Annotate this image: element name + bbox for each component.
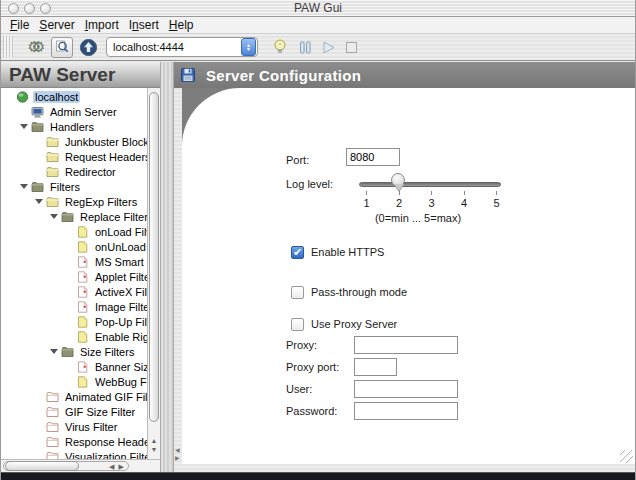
tree-item-label: Redirector (63, 166, 118, 178)
desktop-strip (1, 472, 635, 480)
window-title: PAW Gui (1, 1, 635, 15)
tree-item-label: Admin Server (48, 106, 119, 118)
tree-item-onload-filter[interactable]: onLoad Filter (1, 224, 147, 239)
checkbox-icon[interactable]: ✔ (291, 246, 304, 259)
tree-item-visualization-filter[interactable]: Visualization Filter (1, 449, 147, 459)
checkbox-icon[interactable]: ✔ (291, 318, 304, 331)
collapse-triangle-icon[interactable] (20, 184, 28, 189)
user-input[interactable] (354, 380, 458, 398)
menu-import[interactable]: Import (83, 18, 127, 32)
go-button[interactable] (79, 38, 98, 57)
tree-item-image-filter[interactable]: Image Filter (1, 299, 147, 314)
scroll-up-icon[interactable]: ▲ (151, 437, 158, 444)
start-button[interactable] (321, 40, 336, 55)
stop-button[interactable] (344, 40, 359, 55)
toolbar-drag-handle[interactable] (3, 36, 13, 58)
tree-item-label: onUnLoad Filte (93, 241, 147, 253)
tree-item-label: GIF Size Filter (63, 406, 137, 418)
log-level-label: Log level: (286, 178, 333, 190)
checkbox-use-proxy-server[interactable]: ✔ Use Proxy Server (291, 316, 397, 332)
password-input[interactable] (354, 402, 458, 420)
collapse-triangle-icon[interactable] (20, 124, 28, 129)
collapse-triangle-icon[interactable] (50, 214, 58, 219)
tree-item-label: Visualization Filter (63, 451, 147, 460)
tree-item-virus-filter[interactable]: Virus Filter (1, 419, 147, 434)
checkbox-icon[interactable]: ✔ (291, 286, 304, 299)
hint-button[interactable] (272, 38, 288, 56)
tree-item-ms-smart-tag[interactable]: MS Smart Tag (1, 254, 147, 269)
menu-server[interactable]: Server (37, 18, 82, 32)
tree-item-response-headers[interactable]: Response Headers (1, 434, 147, 449)
scroll-down-icon[interactable]: ▼ (151, 446, 158, 453)
proxy-port-input[interactable] (354, 358, 397, 376)
tree-item-request-headers[interactable]: Request Headers (1, 149, 147, 164)
tree-item-label: Handlers (48, 121, 96, 133)
tick-mark (366, 191, 367, 195)
tree-item-admin-server[interactable]: Admin Server (1, 104, 147, 119)
collapse-triangle-icon[interactable] (35, 199, 43, 204)
menu-file[interactable]: File (8, 18, 37, 32)
tree-item-webbug-filter[interactable]: WebBug Filter (1, 374, 147, 389)
title-bar[interactable]: PAW Gui (1, 0, 635, 17)
tree-item-label: Applet Filter (93, 271, 147, 283)
tree-item-animated-gif-filter[interactable]: Animated GIF Filter (1, 389, 147, 404)
tree-item-label: localhost (33, 91, 80, 103)
main-area: PAW Server localhost Admin Server (1, 62, 635, 472)
tree-horizontal-scrollbar[interactable]: ◀ ▶ (1, 459, 160, 472)
window-resize-grip[interactable] (620, 450, 633, 463)
tree-scrollpane: localhost Admin Server Handlers (1, 88, 160, 459)
checkbox-pass-through-mode[interactable]: ✔ Pass-through mode (291, 284, 407, 300)
search-button[interactable] (51, 37, 73, 58)
tree-item-size-filters[interactable]: Size Filters (1, 344, 147, 359)
tree-vertical-scrollbar[interactable]: ▲ ▼ (147, 88, 160, 459)
field-label: User: (286, 383, 312, 395)
tree-item-applet-filter[interactable]: Applet Filter (1, 269, 147, 284)
proxy-input[interactable] (354, 336, 458, 354)
tree-item-regexp-filters[interactable]: RegExp Filters (1, 194, 147, 209)
checkbox-enable-https[interactable]: ✔ Enable HTTPS (291, 244, 384, 260)
menu-help[interactable]: Help (167, 18, 202, 32)
gears-icon[interactable]: ⚙⚙ (19, 38, 45, 56)
pause-button[interactable] (298, 40, 313, 55)
port-input[interactable] (346, 148, 400, 166)
menu-insert[interactable]: Insert (127, 18, 167, 32)
port-label: Port: (286, 154, 309, 166)
vertical-scroll-arrows: ▲ ▼ (148, 431, 160, 459)
tree-item-activex-filter[interactable]: ActiveX Filter (1, 284, 147, 299)
tree-item-handlers[interactable]: Handlers (1, 119, 147, 134)
panel-scroll-arrows: ◀ ▶ (175, 447, 180, 462)
field-label: Proxy: (286, 339, 317, 351)
field-label: Password: (286, 405, 337, 417)
scroll-left-icon[interactable]: ◀ (109, 462, 114, 471)
tree-item-filters[interactable]: Filters (1, 179, 147, 194)
log-level-slider-thumb[interactable] (391, 173, 406, 193)
tree-item-label: ActiveX Filter (93, 286, 147, 298)
tree-item-redirector[interactable]: Redirector (1, 164, 147, 179)
horizontal-scroll-thumb[interactable] (5, 461, 79, 471)
tree-item-replace-filters[interactable]: Replace Filters (1, 209, 147, 224)
tree-item-onunload-filte[interactable]: onUnLoad Filte (1, 239, 147, 254)
server-tree: localhost Admin Server Handlers (1, 89, 147, 459)
tick-label: 4 (461, 197, 467, 209)
menu-bar: FileServerImportInsertHelp (1, 17, 635, 34)
server-configuration-panel: Server Configuration Port: Log level: (174, 62, 635, 472)
split-pane-divider[interactable] (161, 62, 174, 472)
tree-item-label: Animated GIF Filter (63, 391, 147, 403)
collapse-triangle-icon[interactable] (50, 349, 58, 354)
tree-item-junkbuster-blocklist[interactable]: Junkbuster Blocklist (1, 134, 147, 149)
checkbox-label: Pass-through mode (311, 286, 407, 298)
scroll-right-icon[interactable]: ▶ (118, 462, 123, 471)
tree-item-icon (46, 391, 59, 403)
tree-item-gif-size-filter[interactable]: GIF Size Filter (1, 404, 147, 419)
panel-scroll-left-icon[interactable]: ◀ (175, 447, 180, 454)
address-combobox[interactable]: localhost:4444 ▲ ▼ (106, 37, 258, 57)
lightbulb-icon (272, 38, 288, 56)
tree-item-pop-up-filter[interactable]: Pop-Up Filter (1, 314, 147, 329)
tree-item-banner-size-fi[interactable]: Banner Size Fi (1, 359, 147, 374)
tree-item-enable-right[interactable]: Enable Right- (1, 329, 147, 344)
vertical-scroll-thumb[interactable] (149, 92, 159, 422)
log-level-slider-track[interactable] (359, 182, 501, 187)
tree-item-localhost[interactable]: localhost (1, 89, 147, 104)
panel-scroll-right-icon[interactable]: ▶ (175, 455, 180, 462)
address-stepper[interactable]: ▲ ▼ (241, 38, 256, 56)
